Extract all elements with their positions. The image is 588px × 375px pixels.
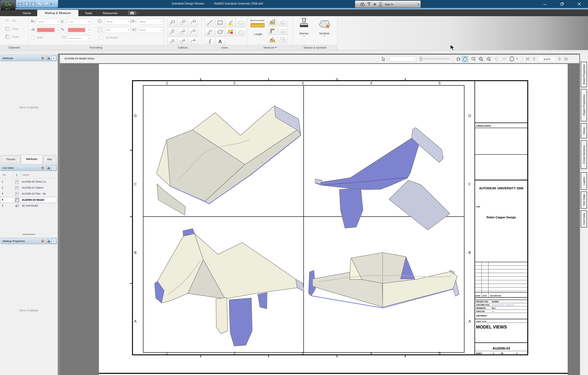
- measure-length-button[interactable]: Length: [250, 18, 266, 39]
- minimize-button[interactable]: [541, 1, 549, 7]
- tab-grid-data[interactable]: Grid Data: [581, 210, 587, 228]
- plumb-icon[interactable]: [367, 2, 371, 6]
- markup-properties-header[interactable]: Markup Properties ×: [1, 238, 57, 244]
- draw-cloud-freeform-button[interactable]: [236, 28, 246, 36]
- sign-in-button[interactable]: Sign In: [385, 3, 393, 6]
- print-icon[interactable]: [31, 1, 36, 6]
- tab-tools[interactable]: Tools: [81, 10, 96, 16]
- callout-triangle-leader-button[interactable]: [188, 37, 198, 46]
- list-row[interactable]: 5 3D Dwf-Model: [0, 203, 58, 209]
- undo-icon[interactable]: [37, 1, 42, 6]
- zoom-tool-button[interactable]: [470, 56, 476, 62]
- line-weight-combo[interactable]: 1 pt▾: [67, 19, 90, 24]
- tab-home[interactable]: Home: [18, 10, 35, 16]
- steering-wheel-button[interactable]: [509, 56, 515, 62]
- pin-icon[interactable]: [41, 56, 45, 60]
- screenshot-camera-button[interactable]: [128, 11, 136, 15]
- arrow-end-combo[interactable]: None▾: [138, 27, 163, 33]
- callout-rect-multi-button[interactable]: [178, 18, 188, 27]
- tab-text-data[interactable]: Text Data: [581, 191, 587, 209]
- panel-dock-icon[interactable]: [46, 239, 50, 243]
- tab-markups[interactable]: Markups: [21, 154, 42, 163]
- pin-icon[interactable]: [41, 165, 45, 170]
- callout-rect-leader-button[interactable]: [188, 18, 198, 27]
- select-tool-button[interactable]: [380, 56, 386, 62]
- line-style-combo[interactable]: ▾: [67, 35, 90, 41]
- wheel-dropdown-icon[interactable]: ▾: [516, 57, 518, 60]
- list-row[interactable]: 3 AU2006-02 Plan - Se: [0, 191, 58, 197]
- home-view-button[interactable]: [455, 56, 461, 62]
- measure-region-disabled-button[interactable]: [278, 35, 287, 44]
- column-name[interactable]: Name: [22, 173, 29, 176]
- draw-ellipse-button[interactable]: [215, 28, 225, 36]
- draw-highlight-area-button[interactable]: [226, 28, 235, 36]
- user-icon[interactable]: [378, 2, 383, 7]
- first-page-button[interactable]: [525, 56, 530, 62]
- panel-splitter-handle[interactable]: [22, 234, 35, 235]
- markup-properties-close-icon[interactable]: ×: [51, 239, 56, 243]
- orbit-tool-button[interactable]: [494, 56, 499, 62]
- bold-checkbox[interactable]: [31, 36, 34, 39]
- tab-sheet-properties[interactable]: Sheet Properties: [581, 62, 587, 87]
- fill-color-combo[interactable]: None▾: [105, 19, 130, 24]
- draw-cloud-rect-button[interactable]: [236, 18, 246, 27]
- tab-views[interactable]: Views: [581, 123, 587, 138]
- panel-dock-icon[interactable]: [46, 56, 50, 60]
- document-tab-title[interactable]: AU2006-03 Model Views: [64, 57, 94, 60]
- restore-button[interactable]: [559, 1, 566, 7]
- callout-circle-leader-button[interactable]: [188, 28, 198, 36]
- cut-button[interactable]: Cut: [12, 19, 16, 22]
- expand-arrow-icon[interactable]: ‹: [357, 2, 357, 6]
- next-page-button[interactable]: [557, 56, 563, 62]
- markups-close-icon[interactable]: ×: [51, 56, 56, 60]
- save-icon[interactable]: [24, 1, 29, 6]
- paste-button[interactable]: Paste: [12, 35, 19, 38]
- zoom-fit-button[interactable]: [478, 56, 484, 62]
- qat-dropdown-icon[interactable]: ▾: [51, 2, 52, 6]
- pen-color-combo[interactable]: ▾: [67, 27, 90, 33]
- turntable-tool-button[interactable]: [501, 56, 507, 62]
- opacity-combo[interactable]: 0%▾: [105, 27, 130, 33]
- draw-text-button[interactable]: A: [215, 37, 225, 46]
- tab-markup-measure[interactable]: Markup & Measure: [37, 10, 78, 16]
- application-menu-button[interactable]: D▾ REV: [0, 0, 16, 11]
- measure-angle-button[interactable]: [268, 35, 277, 44]
- stamps-button[interactable]: Stamps ▾: [295, 17, 313, 41]
- no-border-checkbox[interactable]: [99, 36, 103, 39]
- list-row-selected[interactable]: 4 AU2006-03 Model: [0, 197, 57, 203]
- text-color-combo[interactable]: ▾: [36, 27, 60, 33]
- last-page-button[interactable]: [563, 56, 569, 62]
- panel-dock-icon[interactable]: [46, 165, 50, 170]
- open-icon[interactable]: [18, 1, 22, 6]
- camera-dropdown-icon[interactable]: ▾: [137, 12, 139, 14]
- tab-thumbnails[interactable]: Thumbr: [1, 155, 20, 163]
- list-row[interactable]: 2 AU2006-01 Pattern: [0, 185, 58, 191]
- close-button[interactable]: [576, 1, 583, 7]
- measure-area-button[interactable]: [268, 18, 277, 26]
- drawing-canvas[interactable]: AU2006-03 Model Views ∨ ▾ 4 of 5: [60, 54, 580, 375]
- callout-circle-multi-button[interactable]: [178, 28, 188, 36]
- symbols-button[interactable]: Symbols ▾: [315, 17, 333, 41]
- tab-cross-sections[interactable]: Cross Sections: [581, 140, 587, 169]
- list-view-close-icon[interactable]: ×: [51, 165, 56, 170]
- arrow-start-combo[interactable]: None▾: [138, 19, 163, 24]
- draw-line-button[interactable]: [205, 18, 215, 27]
- favorites-star-icon[interactable]: ★: [373, 2, 376, 6]
- markups-panel-header[interactable]: Markups ×: [1, 55, 57, 61]
- measure-curve-disabled-button[interactable]: [278, 26, 287, 35]
- list-view-header[interactable]: List View ×: [1, 165, 57, 171]
- zoom-slider-track[interactable]: [419, 58, 450, 59]
- font-size-combo[interactable]: 10 pt▾: [36, 19, 60, 24]
- draw-rectangle-button[interactable]: [215, 18, 225, 27]
- group-label-measure[interactable]: Measure▾: [248, 45, 293, 50]
- draw-freehand-button[interactable]: [205, 37, 215, 46]
- binoculars-icon[interactable]: [360, 2, 365, 6]
- callout-rect-button[interactable]: [167, 18, 177, 27]
- tab-models[interactable]: Moc: [43, 155, 56, 163]
- signin-dropdown-icon[interactable]: ▾: [418, 2, 419, 6]
- draw-highlighter-button[interactable]: [226, 18, 235, 27]
- draw-polyline-button[interactable]: [205, 28, 215, 36]
- callout-circle-button[interactable]: [167, 28, 177, 36]
- pan-tool-button[interactable]: [462, 56, 468, 62]
- column-no[interactable]: No.: [2, 173, 7, 176]
